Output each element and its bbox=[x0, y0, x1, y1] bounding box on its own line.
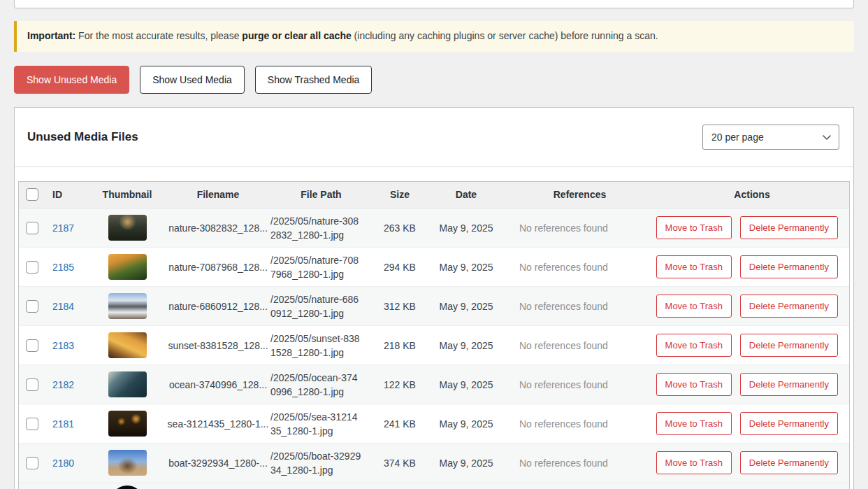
delete-permanently-button[interactable]: Delete Permanently bbox=[740, 334, 838, 357]
table-row: 2182 ocean-3740996_128... /2025/05/ocean… bbox=[19, 365, 849, 404]
row-thumbnail-cell bbox=[89, 404, 166, 444]
row-filename: sea-3121435_1280-1... bbox=[166, 404, 270, 444]
row-file-path: /2025/05/nature-3082832_1280-1.jpg bbox=[270, 208, 372, 248]
move-to-trash-button[interactable]: Move to Trash bbox=[656, 412, 732, 435]
row-file-path: /2025/05/sea-3121435_1280-1.jpg bbox=[270, 404, 372, 444]
media-id-link[interactable]: 2183 bbox=[52, 340, 74, 351]
row-references: No references found bbox=[505, 365, 655, 404]
row-actions-cell: Move to Trash Delete Permanently bbox=[655, 248, 849, 287]
sunset-pier-thumbnail[interactable] bbox=[108, 332, 147, 358]
table-row: 2180 boat-3292934_1280-... /2025/05/boat… bbox=[19, 444, 849, 483]
media-id-link[interactable]: 2185 bbox=[52, 262, 74, 273]
media-id-link[interactable]: 2181 bbox=[52, 418, 74, 430]
header-date: Date bbox=[428, 182, 505, 208]
row-references: No references found bbox=[505, 444, 655, 483]
move-to-trash-button[interactable]: Move to Trash bbox=[656, 216, 732, 239]
nature-green-sunset-thumbnail[interactable] bbox=[108, 254, 147, 280]
row-size: 374 KB bbox=[372, 444, 428, 483]
header-references: References bbox=[505, 182, 655, 208]
row-checkbox[interactable] bbox=[26, 378, 38, 391]
row-thumbnail-cell bbox=[89, 248, 166, 287]
show-unused-media-button[interactable]: Show Unused Media bbox=[14, 66, 129, 94]
show-used-media-button[interactable]: Show Used Media bbox=[140, 66, 245, 94]
partially-visible-next-row bbox=[19, 483, 849, 489]
record-disc-thumbnail bbox=[110, 486, 144, 489]
row-date: May 9, 2025 bbox=[428, 287, 505, 326]
row-thumbnail-cell bbox=[89, 287, 166, 326]
row-checkbox[interactable] bbox=[26, 300, 38, 313]
delete-permanently-button[interactable]: Delete Permanently bbox=[740, 295, 838, 318]
delete-permanently-button[interactable]: Delete Permanently bbox=[740, 451, 838, 474]
table-row: 2181 sea-3121435_1280-1... /2025/05/sea-… bbox=[19, 404, 849, 444]
row-references: No references found bbox=[505, 326, 655, 365]
media-id-link[interactable]: 2182 bbox=[52, 379, 74, 390]
move-to-trash-button[interactable]: Move to Trash bbox=[656, 295, 732, 318]
row-checkbox[interactable] bbox=[26, 418, 38, 430]
page-title: Unused Media Files bbox=[27, 130, 138, 144]
show-trashed-media-button[interactable]: Show Trashed Media bbox=[255, 66, 372, 94]
delete-permanently-button[interactable]: Delete Permanently bbox=[740, 412, 838, 435]
notice-text-before: For the most accurate results, please bbox=[75, 30, 242, 41]
row-checkbox[interactable] bbox=[26, 457, 38, 469]
row-size: 312 KB bbox=[372, 287, 428, 326]
notice-prefix: Important: bbox=[27, 30, 75, 41]
media-id-link[interactable]: 2187 bbox=[52, 222, 74, 234]
row-actions-cell: Move to Trash Delete Permanently bbox=[655, 208, 849, 248]
move-to-trash-button[interactable]: Move to Trash bbox=[656, 255, 732, 278]
row-file-path: /2025/05/boat-3292934_1280-1.jpg bbox=[270, 444, 372, 483]
row-id-cell: 2182 bbox=[45, 365, 89, 404]
boat-shipwreck-beach-thumbnail[interactable] bbox=[108, 450, 147, 476]
table-row: 2185 nature-7087968_128... /2025/05/natu… bbox=[19, 248, 849, 287]
row-select-cell bbox=[19, 248, 45, 287]
notice-text-after: (including any caching plugins or server… bbox=[352, 30, 658, 41]
media-table-frame: ID Thumbnail Filename File Path Size Dat… bbox=[18, 181, 850, 489]
header-actions: Actions bbox=[655, 182, 849, 208]
row-checkbox[interactable] bbox=[26, 261, 38, 274]
delete-permanently-button[interactable]: Delete Permanently bbox=[740, 255, 838, 278]
table-row: 2187 nature-3082832_128... /2025/05/natu… bbox=[19, 208, 849, 248]
row-actions-cell: Move to Trash Delete Permanently bbox=[655, 404, 849, 444]
move-to-trash-button[interactable]: Move to Trash bbox=[656, 451, 732, 474]
row-id-cell: 2183 bbox=[45, 326, 89, 365]
sea-lighthouse-night-thumbnail[interactable] bbox=[108, 411, 147, 437]
row-select-cell bbox=[19, 365, 45, 404]
row-checkbox[interactable] bbox=[26, 339, 38, 352]
row-references: No references found bbox=[505, 208, 655, 248]
row-file-path: /2025/05/ocean-3740996_1280-1.jpg bbox=[270, 365, 372, 404]
row-date: May 9, 2025 bbox=[428, 248, 505, 287]
delete-permanently-button[interactable]: Delete Permanently bbox=[740, 216, 838, 239]
media-id-link[interactable]: 2184 bbox=[52, 301, 74, 312]
ocean-storm-thumbnail[interactable] bbox=[108, 371, 147, 397]
row-id-cell: 2187 bbox=[45, 208, 89, 248]
nature-lake-dusk-thumbnail[interactable] bbox=[108, 215, 147, 241]
row-references: No references found bbox=[505, 248, 655, 287]
per-page-select[interactable]: 20 per page bbox=[702, 125, 839, 150]
row-id-cell: 2184 bbox=[45, 287, 89, 326]
row-actions-cell: Move to Trash Delete Permanently bbox=[655, 326, 849, 365]
notice-bold-phrase: purge or clear all cache bbox=[242, 30, 351, 41]
row-size: 241 KB bbox=[372, 404, 428, 444]
delete-permanently-button[interactable]: Delete Permanently bbox=[740, 373, 838, 396]
row-id-cell: 2180 bbox=[45, 444, 89, 483]
row-select-cell bbox=[19, 287, 45, 326]
header-file-path: File Path bbox=[270, 182, 372, 208]
row-date: May 9, 2025 bbox=[428, 404, 505, 444]
row-actions-cell: Move to Trash Delete Permanently bbox=[655, 444, 849, 483]
media-id-link[interactable]: 2180 bbox=[52, 458, 74, 469]
row-file-path: /2025/05/sunset-8381528_1280-1.jpg bbox=[270, 326, 372, 365]
row-thumbnail-cell bbox=[89, 208, 166, 248]
select-all-header bbox=[19, 182, 45, 208]
row-actions-cell: Move to Trash Delete Permanently bbox=[655, 287, 849, 326]
move-to-trash-button[interactable]: Move to Trash bbox=[656, 334, 732, 357]
row-checkbox[interactable] bbox=[26, 222, 38, 234]
nature-snow-mountains-thumbnail[interactable] bbox=[108, 293, 147, 319]
select-all-checkbox[interactable] bbox=[26, 188, 38, 201]
media-filter-buttons: Show Unused Media Show Used Media Show T… bbox=[14, 66, 854, 94]
row-thumbnail-cell bbox=[89, 326, 166, 365]
row-filename: ocean-3740996_128... bbox=[166, 365, 270, 404]
row-size: 263 KB bbox=[372, 208, 428, 248]
media-table: ID Thumbnail Filename File Path Size Dat… bbox=[19, 182, 849, 483]
move-to-trash-button[interactable]: Move to Trash bbox=[656, 373, 732, 396]
row-select-cell bbox=[19, 404, 45, 444]
header-size: Size bbox=[372, 182, 428, 208]
